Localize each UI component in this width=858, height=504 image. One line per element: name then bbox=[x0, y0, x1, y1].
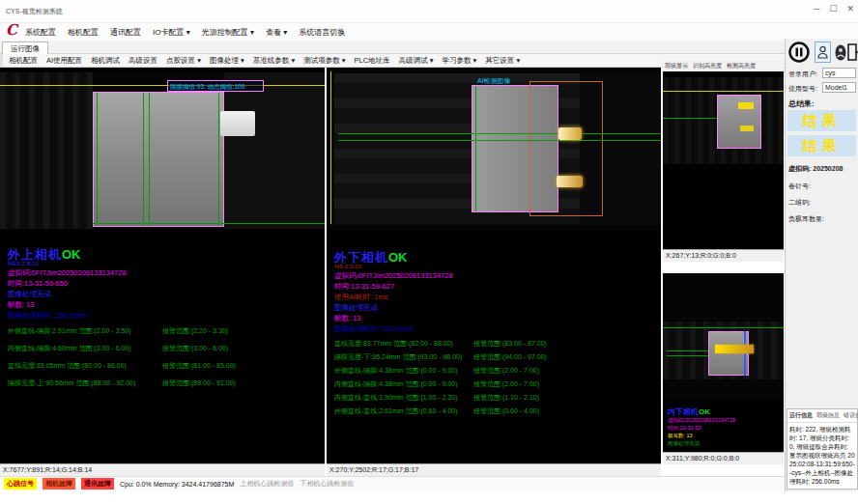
film-edge-line-4 bbox=[218, 93, 219, 226]
login-value[interactable]: cys bbox=[822, 68, 856, 78]
exit-button[interactable] bbox=[847, 42, 858, 62]
tab-run-image[interactable]: 运行图像 bbox=[2, 42, 48, 54]
baseline-yellow-line bbox=[0, 85, 325, 86]
measurement-alarm: 报警范围:(83.00 - 87.00) bbox=[473, 339, 547, 349]
model-value[interactable]: Model1 bbox=[822, 82, 856, 93]
measurement-alarm: 报警范围:(89.00 - 91.00) bbox=[162, 378, 236, 388]
info-tab-error[interactable]: 错误信息 bbox=[844, 411, 858, 420]
middle-subtitle: MS:2,S:10 bbox=[334, 264, 361, 269]
thumb-bottom-canvas[interactable] bbox=[663, 273, 784, 399]
app-window: CYS-视觉检测系统 ─ ☐ ✕ C 系统配置 相机配置 通讯配置 IO卡配置 … bbox=[0, 0, 858, 504]
thumb2-line4: 图像处理完成 bbox=[668, 440, 700, 447]
left-coord-bar: X:7677;Y:891;R:14;G:14;B:14 bbox=[0, 463, 325, 476]
measurement-alarm: 报警范围:(2.20 - 3.30) bbox=[162, 326, 228, 336]
thumb-tab-recognition[interactable]: 识别高亮度 bbox=[693, 62, 722, 70]
connector-tab bbox=[220, 111, 255, 136]
left-camera-panel: 隔膜阈值:93, 动态阈值:100 外上相机OK MES:2,B:10 虚拟码:… bbox=[0, 68, 325, 476]
tool-camera-debug[interactable]: 相机调试 bbox=[91, 56, 120, 66]
menu-system-config[interactable]: 系统配置 bbox=[25, 27, 56, 38]
menu-language[interactable]: 系统语言切换 bbox=[299, 27, 345, 38]
thumb-top-coord-bar: X:267;Y:13;R:0;G:0;B:0 bbox=[663, 249, 784, 262]
thumb2-line2: 时间:13-31-59 bbox=[668, 425, 701, 432]
measurement-alarm: 报警范围:(94.00 - 97.00) bbox=[473, 352, 547, 362]
machinery-right-texture bbox=[224, 72, 325, 229]
separator-film-region bbox=[93, 92, 224, 227]
yellow-vertical-line bbox=[330, 71, 331, 224]
thumb-header-tabs: 瑕疵显示 识别高亮度 检测高亮度 bbox=[663, 60, 784, 71]
thumb-annotation-1 bbox=[738, 102, 754, 109]
menu-comm-config[interactable]: 通讯配置 bbox=[110, 27, 141, 38]
thumb-tab-detection[interactable]: 检测高亮度 bbox=[727, 62, 756, 70]
pause-icon bbox=[788, 42, 810, 63]
measurement-row: 内侧直线-直线:1.90mm 范围:(1.00 - 2.20) bbox=[334, 393, 458, 403]
tool-baseline-params[interactable]: 基准线参数 ▾ bbox=[253, 56, 295, 66]
measurement-row: 隔膜宽度-上:90.56mm 范围:(88.00 - 92.00) bbox=[8, 378, 135, 388]
middle-camera-canvas[interactable]: AI检测图像 bbox=[327, 68, 661, 230]
pause-button[interactable] bbox=[787, 41, 811, 64]
tool-plc-address[interactable]: PLC地址库 bbox=[355, 56, 390, 66]
ai-roi-rect bbox=[529, 81, 603, 216]
menubar: C 系统配置 相机配置 通讯配置 IO卡配置 ▾ 光源控制配置 ▾ 查看 ▾ 系… bbox=[0, 23, 858, 41]
menu-view[interactable]: 查看 ▾ bbox=[266, 27, 287, 38]
thumb-top-canvas[interactable] bbox=[663, 77, 784, 164]
result-badge-1: 结果 bbox=[787, 110, 856, 131]
operator-button[interactable] bbox=[834, 43, 846, 61]
thumb2-yellow-annotation bbox=[715, 345, 754, 353]
measurement-row: 直线宽度:83.05mm 范围:(80.00 - 86.00) bbox=[8, 361, 127, 371]
tool-ai-config[interactable]: AI使用配置 bbox=[46, 56, 82, 66]
qr-label: 二维码: bbox=[788, 198, 811, 208]
info-box: 运行信息 瑕疵信息 错误信息 耗时: 222, 瑕疵检测耗时: 17, 瑕疵分类… bbox=[786, 408, 858, 490]
thumb-panel-top: X:267;Y:13;R:0;G:0;B:0 bbox=[663, 71, 784, 262]
tool-glue-settings[interactable]: 点胶设置 ▾ bbox=[166, 56, 201, 66]
tool-advanced-debug[interactable]: 高级调试 ▾ bbox=[399, 56, 434, 66]
tool-test-params[interactable]: 测试项参数 ▾ bbox=[303, 56, 345, 66]
thumb-annotation-2 bbox=[740, 126, 754, 131]
tool-other-settings[interactable]: 其它设置 ▾ bbox=[485, 56, 520, 66]
threshold-overlay-box: 隔膜阈值:93, 动态阈值:100 bbox=[167, 80, 264, 92]
user-login-button[interactable] bbox=[815, 42, 831, 63]
thumb2-blue-edge bbox=[744, 331, 746, 376]
tool-learn-params[interactable]: 学习参数 ▾ bbox=[442, 56, 476, 66]
result-badge-2: 结果 bbox=[787, 135, 856, 156]
camera-fault-badge: 相机故障 bbox=[43, 478, 75, 490]
tool-camera-config[interactable]: 相机配置 bbox=[9, 56, 38, 66]
menu-camera-config[interactable]: 相机配置 bbox=[68, 27, 99, 38]
tab-count-label: 负极耳数量: bbox=[788, 214, 824, 224]
info-text: 耗时: 222, 瑕疵检测耗时: 17, 瑕疵分类耗时: 0, 瑕疵提取合并耗时… bbox=[787, 423, 857, 488]
measurement-alarm: 报警范围:(81.00 - 85.00) bbox=[162, 361, 236, 371]
thumb-panel-bottom: 内下相机OK 虚拟码:20250208133134728 时间:13-31-59… bbox=[663, 273, 784, 464]
measurement-row: 内侧直线-隔膜:4.60mm 范围:(3.00 - 6.00) bbox=[8, 344, 131, 353]
cpu-memory-text: Cpu: 0.0% Memory: 3424.41796875M bbox=[120, 481, 234, 488]
middle-camera-panel: AI检测图像 外下相机OK MS:2,S:10 虚拟码:0FITJim20250… bbox=[327, 68, 661, 476]
thumb-tab-defect-display[interactable]: 瑕疵显示 bbox=[665, 62, 688, 70]
close-icon[interactable]: ✕ bbox=[846, 4, 854, 14]
measurement-row: 外侧直线-直线:2.61mm 范围:(0.60 - 4.00) bbox=[334, 406, 458, 416]
middle-ai-time: 使用AI耗时: 1ms bbox=[334, 293, 387, 302]
thumb-bottom-coord-bar: X:311;Y:980;R:0;G:0;B:0 bbox=[663, 452, 784, 464]
measurement-row: 直线宽度:83.77mm 范围:(82.00 - 88.00) bbox=[334, 339, 453, 349]
maximize-icon[interactable]: ☐ bbox=[829, 4, 837, 14]
left-camera-canvas[interactable]: 隔膜阈值:93, 动态阈值:100 bbox=[0, 72, 325, 229]
user-icon bbox=[817, 45, 828, 59]
middle-coord-bar: X:270;Y:2502;R:17;G:17;B:17 bbox=[327, 463, 661, 476]
info-tab-defect[interactable]: 瑕疵信息 bbox=[816, 411, 840, 420]
middle-elapsed: 图像处理耗时: 183.00ms bbox=[334, 324, 414, 334]
left-status: 图像处理完成 bbox=[8, 290, 51, 299]
minimize-icon[interactable]: ─ bbox=[814, 4, 819, 14]
info-tab-run[interactable]: 运行信息 bbox=[789, 411, 813, 420]
middle-time: 时间:13-31-59-627 bbox=[334, 282, 394, 292]
tool-image-processing[interactable]: 图像处理 ▾ bbox=[210, 56, 244, 66]
thumb-green-line bbox=[663, 118, 717, 119]
status-bar: 心跳信号 相机故障 通讯故障 Cpu: 0.0% Memory: 3424.41… bbox=[0, 476, 785, 490]
thumb2-result-title: 内下相机OK bbox=[668, 406, 710, 417]
middle-status: 图像处理完成 bbox=[334, 303, 378, 313]
middle-frame: 帧数: 13 bbox=[334, 314, 361, 323]
thumb2-line3: 极耳数: 13 bbox=[668, 433, 693, 439]
menu-io-config[interactable]: IO卡配置 ▾ bbox=[153, 27, 190, 38]
heartbeat-badge: 心跳信号 bbox=[4, 478, 37, 490]
measurement-alarm: 报警范围:(3.00 - 6.00) bbox=[162, 344, 228, 353]
menu-light-config[interactable]: 光源控制配置 ▾ bbox=[202, 27, 254, 38]
measurement-row: 内侧直线-隔膜:4.38mm 范围:(0.00 - 9.00) bbox=[334, 379, 458, 389]
left-elapsed: 图像处理耗时: 256.00ms bbox=[8, 311, 87, 321]
tool-advanced-settings[interactable]: 高级设置 bbox=[129, 56, 157, 66]
